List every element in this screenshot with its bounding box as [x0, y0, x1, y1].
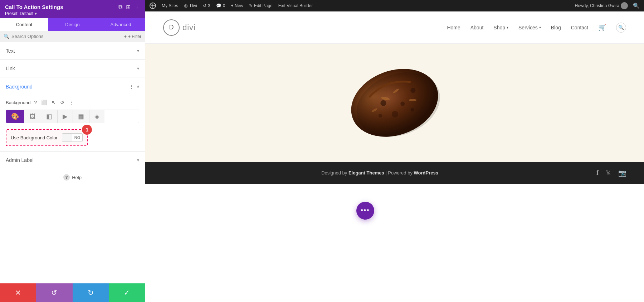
comments-counter[interactable]: 💬 0: [216, 3, 225, 8]
panel-tabs: Content Design Advanced: [0, 18, 145, 31]
wp-admin-bar: My Sites ◎ Divi ↺ 3 💬 0 + New ✎ Edit Pag…: [145, 0, 644, 11]
bg-tab-mask[interactable]: ◈: [89, 110, 104, 123]
tab-advanced[interactable]: Advanced: [97, 18, 145, 31]
panel-title: Call To Action Settings: [5, 4, 63, 10]
background-section: Background ⋮ ▾ Background ? ⬜ ↖ ↺ ⋮: [0, 77, 145, 152]
background-chevron-icon: ▾: [137, 84, 139, 89]
nav-blog[interactable]: Blog: [551, 25, 561, 30]
use-background-color-container: Use Background Color NO 1: [6, 129, 88, 146]
nav-shop[interactable]: Shop ▾: [493, 25, 508, 30]
tab-design[interactable]: Design: [48, 18, 97, 31]
link-accordion-header[interactable]: Link ▾: [0, 60, 145, 77]
undo-button[interactable]: ↺: [36, 283, 72, 302]
exit-visual-builder-button[interactable]: Exit Visual Builder: [278, 3, 313, 8]
background-type-tabs: 🎨 🖼 ◧ ▶ ▦ ◈: [6, 110, 139, 123]
bg-tab-color[interactable]: 🎨: [6, 110, 24, 123]
instagram-icon[interactable]: 📷: [618, 169, 626, 177]
background-options-icon[interactable]: ⋮: [68, 99, 74, 106]
facebook-icon[interactable]: f: [596, 169, 599, 177]
nav-services[interactable]: Services ▾: [518, 25, 541, 30]
background-controls: Background ? ⬜ ↖ ↺ ⋮ 🎨 🖼 ◧ ▶ ▦ ◈: [0, 96, 145, 151]
background-color-toggle[interactable]: NO: [62, 133, 83, 142]
wp-bar-right: Howdy, Christina Gwira 🔍: [575, 2, 640, 9]
edit-page-link[interactable]: ✎ Edit Page: [249, 3, 273, 8]
panel-icon-grid[interactable]: ⊞: [126, 4, 131, 10]
filter-plus-icon: +: [124, 34, 127, 39]
background-cursor-icon[interactable]: ↖: [51, 99, 57, 106]
main-content: My Sites ◎ Divi ↺ 3 💬 0 + New ✎ Edit Pag…: [145, 0, 644, 302]
admin-label-accordion-header[interactable]: Admin Label ▾: [0, 152, 145, 169]
cancel-button[interactable]: ✕: [0, 283, 36, 302]
wp-search-icon[interactable]: 🔍: [633, 3, 640, 9]
my-sites-menu[interactable]: My Sites: [162, 3, 178, 8]
nav-search-button[interactable]: 🔍: [616, 23, 626, 33]
settings-panel: Call To Action Settings ⧉ ⊞ ⋮ Preset: De…: [0, 0, 145, 302]
search-bar: 🔍 + + Filter: [0, 31, 145, 42]
bg-tab-pattern[interactable]: ▦: [73, 110, 89, 123]
below-footer-area: •••: [145, 184, 644, 302]
howdy-user[interactable]: Howdy, Christina Gwira: [575, 2, 628, 9]
step-badge-1: 1: [82, 125, 92, 135]
page-content-area: [145, 44, 644, 162]
bg-tab-image[interactable]: 🖼: [24, 110, 41, 123]
search-input[interactable]: [11, 34, 122, 39]
logo-circle: D: [163, 19, 180, 36]
link-chevron-icon: ▾: [137, 66, 139, 71]
site-footer: Designed by Elegant Themes | Powered by …: [145, 162, 644, 184]
footer-social: f 𝕏 📷: [596, 169, 626, 177]
nav-contact[interactable]: Contact: [571, 25, 588, 30]
tab-content[interactable]: Content: [0, 18, 48, 31]
background-desktop-icon[interactable]: ⬜: [40, 99, 48, 106]
user-avatar: [621, 2, 628, 9]
nav-home[interactable]: Home: [447, 25, 460, 30]
background-section-label: Background: [6, 84, 33, 90]
logo-text: divi: [182, 23, 196, 32]
help-label: Help: [72, 175, 82, 180]
site-logo: D divi: [163, 19, 196, 36]
dots-icon: •••: [361, 207, 370, 214]
action-bar: ✕ ↺ ↻ ✓: [0, 283, 145, 302]
help-row: ? Help: [0, 169, 145, 186]
site-nav: Home About Shop ▾ Services ▾ Blog Contac…: [447, 23, 626, 33]
new-button[interactable]: + New: [231, 3, 243, 8]
toggle-no-text: NO: [72, 135, 83, 140]
search-icon: 🔍: [4, 34, 9, 39]
footer-text: Designed by Elegant Themes | Powered by …: [163, 170, 596, 176]
text-section: Text ▾: [0, 42, 145, 60]
nav-about[interactable]: About: [470, 25, 484, 30]
bg-tab-video[interactable]: ▶: [58, 110, 73, 123]
site-header: D divi Home About Shop ▾ Services ▾ Blog…: [145, 11, 644, 44]
floating-action-button[interactable]: •••: [356, 202, 374, 220]
twitter-icon[interactable]: 𝕏: [606, 169, 611, 177]
redo-button[interactable]: ↻: [73, 283, 109, 302]
cart-icon[interactable]: 🛒: [598, 24, 606, 32]
shop-dropdown-icon: ▾: [507, 25, 508, 29]
use-bg-color-label: Use Background Color: [11, 135, 58, 140]
filter-button[interactable]: + + Filter: [124, 34, 141, 39]
panel-icon-copy[interactable]: ⧉: [118, 4, 122, 10]
text-chevron-icon: ▾: [137, 48, 139, 53]
svg-point-13: [347, 61, 448, 148]
color-swatch[interactable]: [62, 134, 72, 142]
divi-menu[interactable]: ◎ Divi: [184, 3, 197, 8]
background-row: Background ? ⬜ ↖ ↺ ⋮: [6, 99, 139, 106]
panel-body: Text ▾ Link ▾ Background ⋮ ▾: [0, 42, 145, 283]
background-more-icon[interactable]: ⋮: [128, 83, 135, 90]
preset-label: Preset: Default ▾: [5, 11, 140, 16]
background-reset-icon[interactable]: ↺: [59, 99, 65, 106]
text-section-label: Text: [6, 48, 15, 54]
text-accordion-header[interactable]: Text ▾: [0, 42, 145, 59]
admin-label-section: Admin Label ▾: [0, 152, 145, 169]
update-counter[interactable]: ↺ 3: [203, 3, 210, 8]
background-help-icon[interactable]: ?: [33, 99, 38, 106]
save-button[interactable]: ✓: [109, 283, 145, 302]
filter-label: + Filter: [128, 34, 141, 39]
panel-icon-more[interactable]: ⋮: [134, 4, 140, 10]
admin-label-chevron-icon: ▾: [137, 158, 139, 163]
wp-logo[interactable]: [150, 3, 156, 9]
link-section-label: Link: [6, 66, 15, 71]
bg-tab-gradient[interactable]: ◧: [41, 110, 58, 123]
background-accordion-header[interactable]: Background ⋮ ▾: [0, 77, 145, 96]
services-dropdown-icon: ▾: [539, 25, 541, 29]
bread-image: [341, 53, 448, 153]
